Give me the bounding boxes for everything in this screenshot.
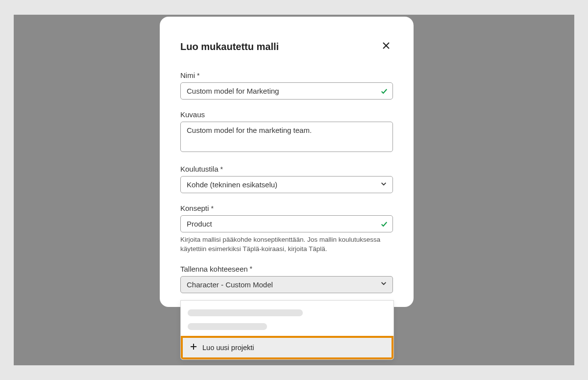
modal-content: Luo mukautettu malli Nimi * Kuvaus <box>160 41 414 307</box>
training-mode-select-wrap: Kohde (tekninen esikatselu) <box>180 176 393 193</box>
save-to-select[interactable]: Character - Custom Model <box>180 276 393 293</box>
save-to-dropdown: Luo uusi projekti <box>180 300 394 360</box>
save-to-label: Tallenna kohteeseen <box>180 265 248 273</box>
field-name: Nimi * <box>180 71 393 100</box>
save-to-select-wrap: Character - Custom Model <box>180 276 393 293</box>
field-save-to: Tallenna kohteeseen * Character - Custom… <box>180 265 393 293</box>
field-training-mode: Koulutustila * Kohde (tekninen esikatsel… <box>180 165 393 193</box>
required-marker: * <box>211 204 213 212</box>
name-input[interactable] <box>180 82 393 100</box>
concept-label: Konsepti <box>180 204 209 212</box>
concept-input-wrap <box>180 215 393 232</box>
check-icon <box>380 220 388 228</box>
skeleton-line <box>188 323 267 330</box>
create-new-project-label: Luo uusi projekti <box>202 344 254 352</box>
concept-input[interactable] <box>180 215 393 232</box>
required-marker: * <box>220 165 223 173</box>
name-label-row: Nimi * <box>180 71 393 79</box>
required-marker: * <box>197 72 199 79</box>
close-button[interactable] <box>379 39 393 53</box>
description-label-row: Kuvaus <box>180 110 393 119</box>
modal-title: Luo mukautettu malli <box>180 41 393 52</box>
description-label: Kuvaus <box>180 110 205 119</box>
app-backdrop: Luo mukautettu malli Nimi * Kuvaus <box>14 15 574 365</box>
name-input-wrap <box>180 82 393 100</box>
concept-help-text: Kirjoita mallisi pääkohde konseptikenttä… <box>180 235 393 254</box>
create-new-project-button[interactable]: Luo uusi projekti <box>181 336 393 359</box>
description-textarea[interactable]: Custom model for the marketing team. <box>180 122 393 152</box>
training-mode-label: Koulutustila <box>180 165 219 173</box>
training-mode-label-row: Koulutustila * <box>180 165 393 173</box>
training-mode-select[interactable]: Kohde (tekninen esikatselu) <box>180 176 393 193</box>
check-icon <box>380 87 388 95</box>
plus-icon <box>190 343 197 353</box>
required-marker: * <box>250 265 252 273</box>
create-custom-model-modal: Luo mukautettu malli Nimi * Kuvaus <box>160 17 414 307</box>
dropdown-loading-skeleton <box>181 301 393 336</box>
field-concept: Konsepti * Kirjoita mallisi pääkohde kon… <box>180 204 393 254</box>
concept-label-row: Konsepti * <box>180 204 393 212</box>
field-description: Kuvaus Custom model for the marketing te… <box>180 110 393 154</box>
name-label: Nimi <box>180 71 195 79</box>
save-to-label-row: Tallenna kohteeseen * <box>180 265 393 273</box>
skeleton-line <box>188 309 303 316</box>
close-icon <box>382 42 390 51</box>
